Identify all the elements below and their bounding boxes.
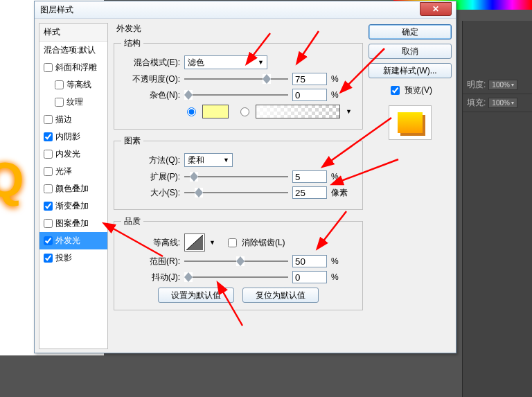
sidebar-item-dropshadow[interactable]: 投影: [39, 249, 107, 267]
styles-header: 样式: [39, 24, 107, 42]
sidebar-item-patoverlay[interactable]: 图案叠加: [39, 215, 107, 232]
range-label: 范围(R):: [121, 256, 180, 267]
sidebar-item-coloroverlay[interactable]: 颜色叠加: [39, 180, 107, 197]
blending-options-row[interactable]: 混合选项:默认: [39, 42, 107, 59]
close-icon: ✕: [432, 4, 439, 14]
contour-picker[interactable]: [184, 233, 205, 252]
antialias-checkbox[interactable]: 消除锯齿(L): [225, 236, 285, 249]
size-input[interactable]: [292, 186, 327, 199]
blend-label: 混合模式(E):: [121, 57, 180, 69]
opacity-slider[interactable]: [184, 74, 288, 84]
panel-title: 外发光: [114, 23, 363, 37]
chevron-down-icon[interactable]: ▼: [346, 108, 352, 115]
technique-combo[interactable]: 柔和 ▼: [184, 153, 233, 167]
quality-group: 品质 等高线: ▼ 消除锯齿(L) 范围(R): %: [114, 215, 363, 310]
size-slider[interactable]: [184, 188, 288, 197]
noise-label: 杂色(N):: [121, 89, 180, 101]
check-innerglow[interactable]: [44, 150, 53, 159]
noise-slider[interactable]: [184, 90, 288, 100]
elements-legend: 图素: [121, 135, 143, 147]
jitter-slider[interactable]: [184, 272, 288, 282]
check-patoverlay[interactable]: [44, 219, 53, 228]
contour-label: 等高线:: [121, 237, 180, 249]
close-button[interactable]: ✕: [420, 2, 452, 16]
range-slider[interactable]: [184, 256, 288, 266]
sidebar-item-outerglow[interactable]: 外发光: [39, 232, 107, 249]
range-input[interactable]: [292, 255, 327, 267]
check-dropshadow[interactable]: [44, 254, 53, 263]
preview-label: 预览(V): [405, 85, 432, 96]
ok-button[interactable]: 确定: [369, 24, 452, 39]
sample-letter-q: Q: [0, 152, 24, 208]
spread-slider[interactable]: [184, 172, 288, 182]
settings-panel: 外发光 结构 混合模式(E): 滤色 ▼ 不透明度(O): %: [108, 19, 369, 353]
sidebar-item-satin[interactable]: 光泽: [39, 163, 107, 180]
styles-list: 样式 混合选项:默认 斜面和浮雕 等高线 纹理 描边 内阴影 内发光 光泽 颜色…: [39, 23, 108, 349]
opacity-input[interactable]: [292, 73, 327, 85]
sidebar-item-contour[interactable]: 等高线: [39, 76, 107, 94]
jitter-input[interactable]: [292, 271, 327, 283]
glow-color-swatch[interactable]: [202, 105, 229, 118]
right-buttons: 确定 取消 新建样式(W)... 预览(V): [369, 19, 456, 353]
sidebar-item-innerglow[interactable]: 内发光: [39, 145, 107, 163]
new-style-button[interactable]: 新建样式(W)...: [369, 63, 452, 78]
check-innershadow[interactable]: [44, 132, 53, 141]
titlebar[interactable]: 图层样式 ✕: [35, 1, 456, 19]
layers-panel: 明度: 100%▾ 填充: 100%▾: [462, 21, 532, 397]
check-contour[interactable]: [55, 80, 64, 89]
check-gradoverlay[interactable]: [44, 202, 53, 211]
check-coloroverlay[interactable]: [44, 184, 53, 193]
check-bevel[interactable]: [44, 63, 53, 72]
dialog-title: 图层样式: [40, 4, 73, 16]
spread-input[interactable]: [292, 170, 327, 183]
check-outerglow[interactable]: [44, 236, 53, 245]
sidebar-item-innershadow[interactable]: 内阴影: [39, 128, 107, 145]
sidebar-item-stroke[interactable]: 描边: [39, 111, 107, 128]
layer-opacity-value[interactable]: 100%▾: [488, 80, 517, 90]
layer-style-dialog: 图层样式 ✕ 样式 混合选项:默认 斜面和浮雕 等高线 纹理 描边 内阴影 内发…: [34, 1, 456, 353]
chevron-down-icon[interactable]: ▼: [209, 239, 215, 246]
check-texture[interactable]: [55, 98, 64, 107]
technique-label: 方法(Q):: [121, 155, 180, 166]
quality-legend: 品质: [121, 215, 143, 227]
color-gradient-radio[interactable]: [237, 105, 251, 118]
noise-input[interactable]: [292, 89, 327, 101]
structure-group: 结构 混合模式(E): 滤色 ▼ 不透明度(O): % 杂色(N):: [114, 37, 363, 130]
structure-legend: 结构: [121, 37, 143, 49]
size-label: 大小(S):: [121, 187, 180, 199]
layer-fill-label: 填充:: [467, 97, 486, 109]
preview-checkbox[interactable]: [391, 86, 400, 95]
check-satin[interactable]: [44, 167, 53, 176]
preview-swatch: [389, 105, 432, 140]
jitter-label: 抖动(J):: [121, 272, 180, 283]
elements-group: 图素 方法(Q): 柔和 ▼ 扩展(P): % 大小(S):: [114, 135, 363, 210]
chevron-down-icon: ▼: [223, 157, 229, 164]
blend-mode-combo[interactable]: 滤色 ▼: [184, 55, 267, 69]
spread-label: 扩展(P):: [121, 171, 180, 183]
layer-opacity-label: 明度:: [467, 79, 486, 91]
set-default-button[interactable]: 设置为默认值: [158, 288, 234, 303]
opacity-label: 不透明度(O):: [121, 73, 180, 85]
chevron-down-icon: ▼: [258, 59, 264, 66]
reset-default-button[interactable]: 复位为默认值: [242, 288, 319, 303]
sidebar-item-gradoverlay[interactable]: 渐变叠加: [39, 197, 107, 215]
check-stroke[interactable]: [44, 115, 53, 124]
sidebar-item-texture[interactable]: 纹理: [39, 94, 107, 111]
color-solid-radio[interactable]: [184, 105, 198, 118]
glow-gradient-swatch[interactable]: [256, 105, 340, 118]
cancel-button[interactable]: 取消: [369, 44, 452, 59]
layer-fill-value[interactable]: 100%▾: [488, 98, 517, 108]
sidebar-item-bevel[interactable]: 斜面和浮雕: [39, 59, 107, 76]
